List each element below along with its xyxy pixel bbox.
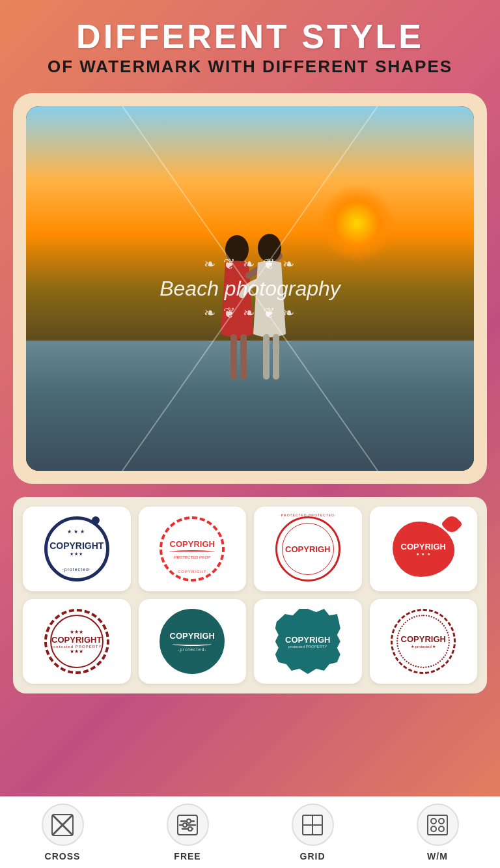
couple-figure: [185, 230, 315, 406]
cross-icon: [51, 813, 74, 837]
stamp-red-dashed: COPYRIGH PROTECTED PROP: [160, 516, 225, 581]
stamp-card-3[interactable]: ·PROTECTED·PROTECTED· COPYRIGH: [254, 507, 362, 591]
nav-item-wm[interactable]: W/M: [417, 804, 459, 861]
nav-item-cross[interactable]: CROSS: [42, 804, 84, 861]
nav-label-free: FREE: [174, 851, 201, 861]
stamp-card-2[interactable]: COPYRIGH PROTECTED PROP: [139, 507, 247, 591]
stamps-row-2: ★★★ COPYRIGHT protected PROPERTY ★★★ COP…: [23, 599, 477, 684]
svg-rect-5: [273, 334, 279, 380]
wm-icon-circle: [417, 804, 459, 846]
nav-label-wm: W/M: [427, 851, 448, 861]
svg-point-15: [188, 827, 192, 831]
svg-point-13: [187, 819, 191, 823]
cross-icon-circle: [42, 804, 84, 846]
stamp-navy-circle: COPYRIGHT ★★★: [44, 516, 109, 581]
bottom-nav: CROSS FREE GRID: [0, 796, 500, 868]
main-card-container: ❧ ❦ ❧ ❦ ❧ Beach photography ❧ ❦ ❧ ❦ ❧: [13, 93, 487, 484]
free-icon-circle: [167, 804, 209, 846]
svg-rect-19: [428, 815, 447, 835]
main-title-line1: DIFFERENT STYLE: [13, 20, 487, 53]
stamp-red-blob: COPYRIGH ★ ★ ★: [393, 522, 454, 577]
sun-glow: [318, 184, 396, 262]
svg-rect-1: [230, 334, 237, 380]
stamp-teal-scallop: COPYRIGH protected PROPERTY: [275, 609, 340, 674]
wm-icon: [426, 813, 449, 837]
stamp-dark-red-ornate: ★★★ COPYRIGHT protected PROPERTY ★★★: [44, 609, 109, 674]
stamps-section: COPYRIGHT ★★★ COPYRIGH PROTECTED PROP ·P…: [13, 497, 487, 693]
stamp-card-4[interactable]: COPYRIGH ★ ★ ★: [370, 507, 478, 591]
svg-rect-4: [263, 334, 270, 380]
svg-point-22: [431, 826, 436, 832]
svg-point-20: [431, 819, 436, 824]
svg-point-14: [183, 823, 187, 827]
photo-card: ❧ ❦ ❧ ❦ ❧ Beach photography ❧ ❦ ❧ ❦ ❧: [26, 106, 474, 471]
grid-icon: [301, 813, 324, 837]
svg-point-0: [225, 235, 249, 264]
main-title-line2: OF WATERMARK WITH DIFFERENT SHAPES: [13, 57, 487, 77]
free-icon: [176, 813, 199, 837]
stamp-teal-solid: COPYRIGH -protected-: [160, 609, 225, 674]
svg-point-21: [439, 819, 444, 824]
stamp-card-1[interactable]: COPYRIGHT ★★★: [23, 507, 131, 591]
stamp-dark-red-dotted: COPYRIGH ★ protected ★: [391, 609, 456, 674]
nav-item-grid[interactable]: GRID: [292, 804, 334, 861]
nav-label-grid: GRID: [300, 851, 326, 861]
stamp-red-rotating: ·PROTECTED·PROTECTED· COPYRIGH: [275, 516, 340, 581]
svg-point-23: [439, 826, 444, 832]
svg-point-3: [258, 234, 281, 262]
stamp-card-5[interactable]: ★★★ COPYRIGHT protected PROPERTY ★★★: [23, 599, 131, 684]
nav-item-free[interactable]: FREE: [167, 804, 209, 861]
stamps-row-1: COPYRIGHT ★★★ COPYRIGH PROTECTED PROP ·P…: [23, 507, 477, 591]
stamp-card-7[interactable]: COPYRIGH protected PROPERTY: [254, 599, 362, 684]
stamp-card-8[interactable]: COPYRIGH ★ protected ★: [370, 599, 478, 684]
app-header: DIFFERENT STYLE OF WATERMARK WITH DIFFER…: [0, 0, 500, 87]
grid-icon-circle: [292, 804, 334, 846]
nav-label-cross: CROSS: [45, 851, 81, 861]
svg-rect-2: [240, 334, 247, 380]
stamp-card-6[interactable]: COPYRIGH -protected-: [139, 599, 247, 684]
